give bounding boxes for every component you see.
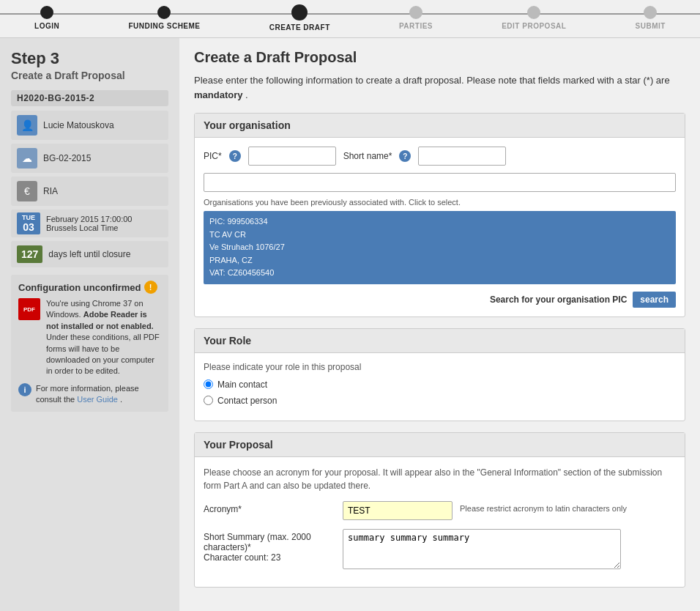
short-name-help-icon[interactable]: ?: [399, 150, 411, 162]
summary-label: Short Summary (max. 2000 characters)* Ch…: [204, 529, 335, 563]
step-label-create-draft: CREATE DRAFT: [269, 23, 330, 32]
step-login: LOGIN: [34, 6, 59, 30]
date-text-block: February 2015 17:00:00 Brussels Local Ti…: [46, 215, 132, 232]
step-dot-login: [40, 6, 53, 19]
step-dot-parties: [409, 6, 422, 19]
org-search-input[interactable]: [204, 173, 676, 192]
euro-icon: €: [17, 181, 37, 201]
role-desc: Please indicate your role in this propos…: [204, 362, 676, 372]
info-text-block: For more information, please consult the…: [36, 383, 161, 406]
config-box: Configuration unconfirmed ! PDF You're u…: [11, 275, 168, 412]
days-label: days left until closure: [48, 249, 130, 259]
org-name: TC AV CR: [209, 229, 670, 242]
org-street: Ve Struhach 1076/27: [209, 241, 670, 254]
sidebar-role: € RIA: [11, 177, 168, 206]
cloud-icon: ☁: [17, 148, 37, 169]
date-line2: Brussels Local Time: [46, 223, 132, 232]
sidebar-role-code: RIA: [43, 186, 58, 196]
date-badge: TUE 03: [17, 212, 40, 234]
acronym-row: Acronym* Please restrict acronym to lati…: [204, 501, 676, 520]
short-name-input[interactable]: [418, 147, 506, 166]
org-hint: Organisations you have been previously a…: [204, 198, 676, 207]
acronym-input[interactable]: [343, 501, 453, 520]
step-label-edit: EDIT PROPOSAL: [502, 22, 566, 30]
info-icon: i: [18, 383, 31, 396]
step-submit: SUBMIT: [636, 6, 666, 30]
role-contact-row: Contact person: [204, 396, 676, 406]
step-dot-submit: [644, 6, 657, 19]
sidebar-step-number: Step 3: [11, 49, 168, 68]
proposal-desc: Please choose an acronym for your propos…: [204, 466, 676, 492]
org-section: Your organisation PIC* ? Short name* ? O…: [194, 113, 685, 317]
role-section: Your Role Please indicate your role in t…: [194, 328, 685, 421]
sidebar: Step 3 Create a Draft Proposal H2020-BG-…: [0, 38, 179, 611]
warning-icon: !: [144, 281, 157, 294]
org-list[interactable]: PIC: 999506334 TC AV CR Ve Struhach 1076…: [204, 211, 676, 284]
date-dow: TUE: [21, 214, 37, 221]
sidebar-project-id: H2020-BG-2015-2: [11, 90, 168, 106]
org-pic: PIC: 999506334: [209, 215, 670, 229]
step-funding: FUNDING SCHEME: [128, 6, 200, 30]
step-edit-proposal: EDIT PROPOSAL: [502, 6, 566, 30]
sidebar-days: 127 days left until closure: [11, 241, 168, 267]
role-main-radio[interactable]: [204, 379, 213, 389]
short-name-label: Short name*: [343, 151, 392, 161]
sidebar-person: 👤 Lucie Matouskova: [11, 111, 168, 140]
org-city: PRAHA, CZ: [209, 254, 670, 267]
proposal-section: Your Proposal Please choose an acronym f…: [194, 432, 685, 588]
sidebar-funding-code: BG-02-2015: [43, 153, 91, 163]
date-line1: February 2015 17:00:00: [46, 215, 132, 223]
step-label-parties: PARTIES: [399, 22, 433, 30]
org-section-body: PIC* ? Short name* ? Organisations you h…: [195, 138, 685, 316]
config-text-block: You're using Chrome 37 on Windows. Adobe…: [46, 298, 161, 377]
user-guide-link[interactable]: User Guide: [77, 395, 118, 404]
proposal-section-body: Please choose an acronym for your propos…: [195, 457, 685, 587]
role-main-label[interactable]: Main contact: [217, 379, 267, 390]
proposal-section-header: Your Proposal: [195, 433, 685, 457]
progress-bar: LOGIN FUNDING SCHEME CREATE DRAFT PARTIE…: [0, 0, 700, 38]
role-section-header: Your Role: [195, 329, 685, 353]
role-contact-radio[interactable]: [204, 396, 213, 405]
sidebar-person-name: Lucie Matouskova: [43, 120, 114, 130]
step-dot-funding: [157, 6, 171, 19]
step-dot-edit: [527, 6, 540, 19]
config-title-text: Configuration unconfirmed: [18, 282, 141, 293]
step-create-draft: CREATE DRAFT: [269, 4, 330, 32]
pic-row: PIC* ? Short name* ?: [204, 147, 676, 166]
summary-textarea[interactable]: summary summary summary: [343, 529, 621, 569]
step-parties: PARTIES: [399, 6, 433, 30]
role-section-body: Please indicate your role in this propos…: [195, 353, 685, 421]
org-section-header: Your organisation: [195, 114, 685, 138]
main-content: Create a Draft Proposal Please enter the…: [179, 38, 700, 611]
step-label-login: LOGIN: [34, 22, 59, 30]
config-title-row: Configuration unconfirmed !: [18, 281, 161, 294]
search-org-label: Search for your organisation PIC: [490, 295, 627, 305]
role-main-row: Main contact: [204, 379, 676, 390]
summary-row: Short Summary (max. 2000 characters)* Ch…: [204, 529, 676, 569]
pic-label: PIC*: [204, 151, 222, 161]
acronym-hint: Please restrict acronym to latin charact…: [460, 501, 627, 513]
step-label-submit: SUBMIT: [636, 22, 666, 30]
pic-input[interactable]: [248, 147, 336, 166]
days-badge: 127: [17, 245, 42, 263]
person-icon: 👤: [17, 115, 37, 136]
intro-end: .: [245, 89, 248, 100]
pic-help-icon[interactable]: ?: [229, 150, 241, 162]
step-dot-create-draft: [291, 4, 308, 21]
main-layout: Step 3 Create a Draft Proposal H2020-BG-…: [0, 38, 700, 611]
info-tail: .: [120, 395, 122, 404]
info-row: i For more information, please consult t…: [18, 383, 161, 406]
search-org-button[interactable]: search: [633, 292, 676, 308]
sidebar-funding: ☁ BG-02-2015: [11, 144, 168, 173]
acronym-label: Acronym*: [204, 501, 335, 514]
config-body-tail: Under these conditions, all PDF forms wi…: [46, 333, 160, 375]
org-vat: VAT: CZ60456540: [209, 267, 670, 280]
sidebar-step-title: Create a Draft Proposal: [11, 70, 168, 81]
search-org-row: Search for your organisation PIC search: [204, 292, 676, 308]
sidebar-date: TUE 03 February 2015 17:00:00 Brussels L…: [11, 210, 168, 237]
role-contact-label[interactable]: Contact person: [217, 396, 277, 406]
date-day: 03: [21, 221, 37, 233]
page-title: Create a Draft Proposal: [194, 49, 685, 66]
intro-prefix: Please enter the following information t…: [194, 75, 670, 86]
step-label-funding: FUNDING SCHEME: [128, 22, 200, 30]
